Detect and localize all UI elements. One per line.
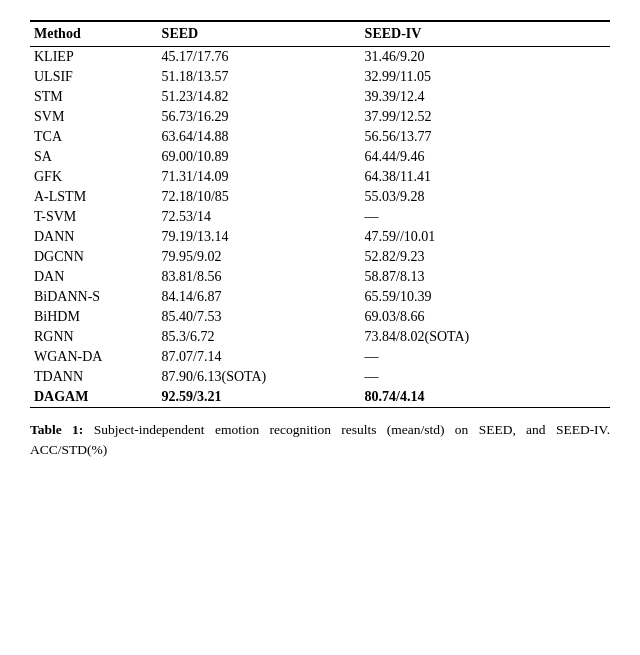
cell-seediv: 58.87/8.13 <box>361 267 610 287</box>
cell-method: RGNN <box>30 327 158 347</box>
cell-seed: 87.90/6.13(SOTA) <box>158 367 361 387</box>
cell-seediv: 64.38/11.41 <box>361 167 610 187</box>
cell-seed: 69.00/10.89 <box>158 147 361 167</box>
cell-method: SA <box>30 147 158 167</box>
cell-seed: 84.14/6.87 <box>158 287 361 307</box>
table-header-row: Method SEED SEED-IV <box>30 21 610 47</box>
cell-method: BiDANN-S <box>30 287 158 307</box>
cell-seed: 51.18/13.57 <box>158 67 361 87</box>
table-row: DANN79.19/13.1447.59//10.01 <box>30 227 610 247</box>
cell-seediv: 69.03/8.66 <box>361 307 610 327</box>
cell-seediv: 56.56/13.77 <box>361 127 610 147</box>
cell-method: DGCNN <box>30 247 158 267</box>
cell-seed: 71.31/14.09 <box>158 167 361 187</box>
cell-seed: 85.40/7.53 <box>158 307 361 327</box>
cell-method: SVM <box>30 107 158 127</box>
cell-seediv: — <box>361 367 610 387</box>
cell-seed: 87.07/7.14 <box>158 347 361 367</box>
header-seed: SEED <box>158 21 361 47</box>
cell-method: T-SVM <box>30 207 158 227</box>
cell-method: DAN <box>30 267 158 287</box>
cell-seediv: 39.39/12.4 <box>361 87 610 107</box>
table-row: DAN83.81/8.5658.87/8.13 <box>30 267 610 287</box>
results-table: Method SEED SEED-IV KLIEP45.17/17.7631.4… <box>30 20 610 408</box>
cell-seed: 85.3/6.72 <box>158 327 361 347</box>
cell-seed: 51.23/14.82 <box>158 87 361 107</box>
cell-seediv: — <box>361 347 610 367</box>
cell-method: DAGAM <box>30 387 158 408</box>
cell-seed: 45.17/17.76 <box>158 47 361 68</box>
cell-seediv: 73.84/8.02(SOTA) <box>361 327 610 347</box>
cell-method: TCA <box>30 127 158 147</box>
cell-method: DANN <box>30 227 158 247</box>
table-row: STM51.23/14.8239.39/12.4 <box>30 87 610 107</box>
cell-seed: 92.59/3.21 <box>158 387 361 408</box>
cell-method: BiHDM <box>30 307 158 327</box>
cell-method: WGAN-DA <box>30 347 158 367</box>
table-row: SVM56.73/16.2937.99/12.52 <box>30 107 610 127</box>
table-row: SA69.00/10.8964.44/9.46 <box>30 147 610 167</box>
table-row: TCA63.64/14.8856.56/13.77 <box>30 127 610 147</box>
cell-method: ULSIF <box>30 67 158 87</box>
table-row: ULSIF51.18/13.5732.99/11.05 <box>30 67 610 87</box>
table-row: BiHDM85.40/7.5369.03/8.66 <box>30 307 610 327</box>
table-row: WGAN-DA87.07/7.14— <box>30 347 610 367</box>
table-row: DAGAM92.59/3.2180.74/4.14 <box>30 387 610 408</box>
cell-seed: 72.18/10/85 <box>158 187 361 207</box>
cell-seed: 79.95/9.02 <box>158 247 361 267</box>
header-seediv: SEED-IV <box>361 21 610 47</box>
caption-label: Table 1: <box>30 422 83 437</box>
table-caption: Table 1: Subject-independent emotion rec… <box>30 420 610 461</box>
table-row: GFK71.31/14.0964.38/11.41 <box>30 167 610 187</box>
cell-seediv: 32.99/11.05 <box>361 67 610 87</box>
cell-seediv: 31.46/9.20 <box>361 47 610 68</box>
table-row: KLIEP45.17/17.7631.46/9.20 <box>30 47 610 68</box>
cell-seediv: 80.74/4.14 <box>361 387 610 408</box>
cell-method: GFK <box>30 167 158 187</box>
table-row: RGNN85.3/6.7273.84/8.02(SOTA) <box>30 327 610 347</box>
cell-seediv: 65.59/10.39 <box>361 287 610 307</box>
caption-text: Subject-independent emotion recognition … <box>30 422 610 457</box>
table-row: BiDANN-S84.14/6.8765.59/10.39 <box>30 287 610 307</box>
table-row: TDANN87.90/6.13(SOTA)— <box>30 367 610 387</box>
cell-seed: 56.73/16.29 <box>158 107 361 127</box>
table-row: DGCNN79.95/9.0252.82/9.23 <box>30 247 610 267</box>
cell-seed: 72.53/14 <box>158 207 361 227</box>
header-method: Method <box>30 21 158 47</box>
cell-seediv: 64.44/9.46 <box>361 147 610 167</box>
cell-method: A-LSTM <box>30 187 158 207</box>
table-row: A-LSTM72.18/10/8555.03/9.28 <box>30 187 610 207</box>
cell-seed: 63.64/14.88 <box>158 127 361 147</box>
table-row: T-SVM72.53/14— <box>30 207 610 227</box>
cell-seed: 79.19/13.14 <box>158 227 361 247</box>
table-container: Method SEED SEED-IV KLIEP45.17/17.7631.4… <box>30 20 610 461</box>
cell-method: STM <box>30 87 158 107</box>
cell-method: KLIEP <box>30 47 158 68</box>
cell-seediv: 37.99/12.52 <box>361 107 610 127</box>
cell-method: TDANN <box>30 367 158 387</box>
cell-seed: 83.81/8.56 <box>158 267 361 287</box>
cell-seediv: 55.03/9.28 <box>361 187 610 207</box>
cell-seediv: 47.59//10.01 <box>361 227 610 247</box>
cell-seediv: 52.82/9.23 <box>361 247 610 267</box>
cell-seediv: — <box>361 207 610 227</box>
